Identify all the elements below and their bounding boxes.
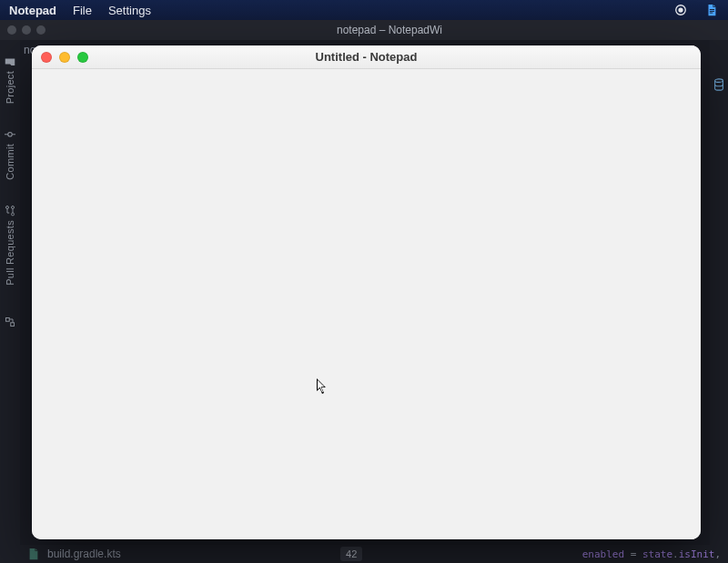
svg-rect-12 — [11, 323, 15, 327]
database-icon[interactable] — [713, 78, 725, 95]
ide-window-title: notepad – NotepadWi — [58, 24, 721, 36]
menubar-item-file[interactable]: File — [73, 4, 92, 17]
minimize-button[interactable] — [59, 52, 70, 63]
record-icon[interactable] — [673, 3, 688, 17]
svg-point-1 — [678, 7, 682, 12]
notepad-window[interactable]: Untitled - Notepad — [32, 45, 701, 539]
document-icon[interactable] — [704, 3, 719, 17]
zoom-button[interactable] — [77, 52, 88, 63]
svg-point-8 — [12, 213, 15, 216]
structure-icon[interactable] — [5, 317, 15, 327]
svg-point-13 — [715, 79, 723, 83]
close-button[interactable] — [41, 52, 52, 63]
notepad-titlebar[interactable]: Untitled - Notepad — [32, 45, 701, 69]
svg-point-10 — [6, 206, 9, 209]
pull-request-icon — [5, 206, 15, 216]
ide-statusbar: build.gradle.kts 42 enabled = state.isIn… — [20, 545, 728, 563]
menubar-app-name[interactable]: Notepad — [9, 4, 56, 17]
svg-rect-3 — [710, 11, 714, 12]
notepad-window-title: Untitled - Notepad — [32, 50, 701, 64]
toolwindow-tab-commit[interactable]: Commit — [5, 129, 15, 180]
svg-rect-11 — [6, 317, 10, 321]
svg-point-9 — [12, 206, 15, 209]
ide-traffic-lights[interactable] — [7, 25, 46, 35]
ide-titlebar: notepad – NotepadWi — [0, 20, 728, 40]
svg-point-5 — [8, 133, 13, 137]
toolwindow-tab-pull-requests[interactable]: Pull Requests — [5, 206, 15, 286]
system-menubar: Notepad File Settings — [0, 0, 728, 20]
svg-rect-2 — [710, 9, 714, 10]
window-traffic-lights — [32, 52, 88, 63]
folder-icon — [5, 56, 15, 67]
toolwindow-label: Pull Requests — [5, 220, 15, 286]
statusbar-file-name[interactable]: build.gradle.kts — [47, 548, 121, 560]
commit-icon — [5, 129, 15, 140]
gradle-file-icon — [27, 548, 40, 560]
statusbar-line-badge[interactable]: 42 — [340, 547, 362, 561]
notepad-text-area[interactable] — [32, 69, 701, 539]
svg-rect-4 — [710, 13, 713, 14]
menubar-item-settings[interactable]: Settings — [108, 4, 151, 17]
toolwindow-tab-project[interactable]: Project — [5, 56, 15, 104]
toolwindow-label: Project — [5, 71, 15, 104]
ide-right-toolwindow-bar — [710, 40, 728, 563]
toolwindow-label: Commit — [5, 144, 15, 180]
statusbar-code-fragment: enabled = state.isInit, — [582, 548, 721, 560]
ide-left-toolwindow-bar: Project Commit Pull Requests — [0, 40, 20, 563]
